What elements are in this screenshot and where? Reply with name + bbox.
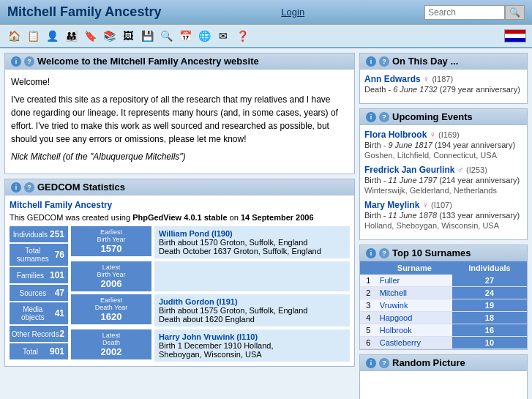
person-icon[interactable]: 👤 (44, 28, 60, 44)
earliest-birth-detail: William Pond (I190) Birth about 1570 Gro… (154, 226, 350, 258)
site-title: Mitchell Family Ancestry (7, 4, 161, 20)
fredrick-geurlink-gender: ♂ (457, 165, 464, 175)
help-icon[interactable]: ❓ (234, 28, 250, 44)
latest-birth-label: Latest Birth Year 2006 (71, 261, 151, 291)
stat-families: Families 101 (10, 267, 68, 283)
record-earliest-death: Earliest Death Year 1620 Judith Gordon (… (71, 294, 350, 327)
search-button[interactable]: 🔍 (505, 5, 525, 20)
random-picture-panel: i ? Random Picture (359, 354, 528, 399)
welcome-signature: Nick Mitchell (of the "Albuquerque Mitch… (11, 150, 348, 163)
surnames-info-icon[interactable]: i (366, 248, 376, 258)
on-this-day-header: i ? On This Day ... (360, 53, 527, 70)
search-input[interactable] (424, 5, 505, 20)
table-row: 3 Vruwink 19 (360, 299, 527, 312)
welcome-text1: I've created this site as a repository o… (11, 93, 348, 146)
gedcom-stats: Individuals 251 Total surnames 76 Famili… (10, 226, 68, 362)
harry-vruwink-link[interactable]: Harry John Vruwink (I110) (159, 332, 258, 341)
surnames-header: i ? Top 10 Surnames (360, 245, 527, 261)
table-row: 2 Mitchell 24 (360, 287, 527, 299)
family-icon[interactable]: 👨‍👩‍👧 (63, 28, 79, 44)
judith-gordon-link[interactable]: Judith Gordon (I191) (159, 297, 238, 306)
stat-surnames: Total surnames 76 (10, 244, 68, 266)
toolbar: 🏠 📋 👤 👨‍👩‍👧 🔖 📚 🖼 💾 🔍 📅 🌐 ✉ ❓ (0, 24, 532, 48)
welcome-panel: i ? Welcome to the Mitchell Family Ances… (4, 53, 355, 174)
gedcom-panel-header: i ? GEDCOM Statistics (5, 179, 354, 195)
right-column: i ? On This Day ... Ann Edwards ♀ (I187)… (359, 53, 528, 399)
surnames-help-icon[interactable]: ? (379, 248, 389, 258)
gedcom-records: Earliest Birth Year 1570 William Pond (I… (71, 226, 350, 362)
mary-meylink-gender: ♀ (422, 200, 429, 210)
table-row: 4 Hapgood 18 (360, 312, 527, 324)
media-icon[interactable]: 🖼 (120, 28, 136, 44)
record-latest-death: Latest Death 2002 Harry John Vruwink (I1… (71, 329, 350, 362)
record-latest-birth: Latest Birth Year 2006 (71, 261, 350, 291)
surnames-table: Surname Individuals 1 Fuller 27 2 Mitche… (360, 261, 527, 349)
info-icon[interactable]: i (11, 56, 21, 67)
fredrick-geurlink-link[interactable]: Fredrick Jan Geurlink (364, 165, 454, 175)
flag-icon[interactable] (504, 29, 526, 42)
search-tool-icon[interactable]: 🔍 (158, 28, 174, 44)
upcoming-info-icon[interactable]: i (366, 112, 376, 122)
welcome-greeting: Welcome! (11, 75, 348, 89)
gedcom-site-title: Mitchell Family Ancestry (10, 200, 350, 210)
record-earliest-birth: Earliest Birth Year 1570 William Pond (I… (71, 226, 350, 258)
ann-edwards-gender: ♀ (423, 74, 430, 84)
top10-surnames-panel: i ? Top 10 Surnames Surname Individuals (359, 245, 528, 350)
save-icon[interactable]: 💾 (139, 28, 155, 44)
gedcom-info-icon[interactable]: i (11, 182, 21, 193)
ann-edwards-link[interactable]: Ann Edwards (364, 74, 421, 84)
latest-birth-detail (154, 261, 350, 291)
stat-sources: Sources 47 (10, 285, 68, 301)
flora-holbrook-gender: ♀ (430, 130, 436, 140)
random-header: i ? Random Picture (360, 355, 527, 371)
map-icon[interactable]: 🌐 (196, 28, 212, 44)
gedcom-description: This GEDCOM was created using PhpGedView… (10, 213, 350, 222)
upcoming-help-icon[interactable]: ? (379, 112, 389, 122)
source-icon[interactable]: 🔖 (82, 28, 98, 44)
mary-meylink-link[interactable]: Mary Meylink (364, 200, 419, 210)
calendar-icon[interactable]: 📅 (177, 28, 193, 44)
gedcom-body: Mitchell Family Ancestry This GEDCOM was… (5, 195, 354, 366)
search-area: 🔍 (424, 5, 525, 20)
list-icon[interactable]: 📋 (25, 28, 41, 44)
earliest-death-label: Earliest Death Year 1620 (71, 294, 151, 324)
upcoming-entry-1: Fredrick Jan Geurlink ♂ (I253) Birth - 1… (364, 165, 525, 195)
repo-icon[interactable]: 📚 (101, 28, 117, 44)
home-icon[interactable]: 🏠 (6, 28, 22, 44)
table-row: 1 Fuller 27 (360, 275, 527, 287)
welcome-panel-header: i ? Welcome to the Mitchell Family Ances… (5, 53, 354, 70)
login-link[interactable]: Login (281, 7, 304, 18)
header: Mitchell Family Ancestry Login 🔍 (0, 0, 532, 24)
help-circle-icon[interactable]: ? (24, 56, 34, 67)
flora-holbrook-link[interactable]: Flora Holbrook (364, 130, 427, 140)
rank-col-header (360, 261, 377, 275)
surname-col-header: Surname (377, 261, 452, 275)
individuals-col-header: Individuals (452, 261, 527, 275)
random-help-icon[interactable]: ? (379, 358, 389, 368)
earliest-death-detail: Judith Gordon (I191) Birth about 1575 Gr… (154, 294, 350, 327)
latest-death-label: Latest Death 2002 (71, 329, 151, 359)
on-this-day-help-icon[interactable]: ? (379, 56, 389, 67)
welcome-title: Welcome to the Mitchell Family Ancestry … (37, 56, 259, 67)
stat-other: Other Records 2 (10, 326, 68, 342)
upcoming-body: Flora Holbrook ♀ (I169) Birth - 9 June 1… (360, 125, 527, 239)
gedcom-panel: i ? GEDCOM Statistics Mitchell Family An… (4, 179, 355, 367)
gedcom-grid: Individuals 251 Total surnames 76 Famili… (10, 226, 350, 362)
random-info-icon[interactable]: i (366, 358, 376, 368)
random-body (360, 371, 527, 399)
main-content: i ? Welcome to the Mitchell Family Ances… (0, 48, 532, 399)
latest-death-detail: Harry John Vruwink (I110) Birth 1 Decemb… (154, 329, 350, 362)
surnames-body: Surname Individuals 1 Fuller 27 2 Mitche… (360, 261, 527, 349)
gedcom-title: GEDCOM Statistics (37, 182, 125, 193)
stat-individuals: Individuals 251 (10, 226, 68, 242)
table-row: 6 Castleberry 10 (360, 337, 527, 349)
on-this-day-body: Ann Edwards ♀ (I187) Death - 6 June 1732… (360, 70, 527, 103)
william-pond-link[interactable]: William Pond (I190) (159, 229, 233, 238)
gedcom-help-icon[interactable]: ? (24, 182, 34, 193)
upcoming-title: Upcoming Events (392, 111, 473, 122)
stat-media: Media objects 41 (10, 302, 68, 324)
upcoming-header: i ? Upcoming Events (360, 109, 527, 125)
on-this-day-info-icon[interactable]: i (366, 56, 376, 67)
upcoming-entry-2: Mary Meylink ♀ (I107) Birth - 11 June 18… (364, 200, 525, 231)
email-icon[interactable]: ✉ (215, 28, 231, 44)
